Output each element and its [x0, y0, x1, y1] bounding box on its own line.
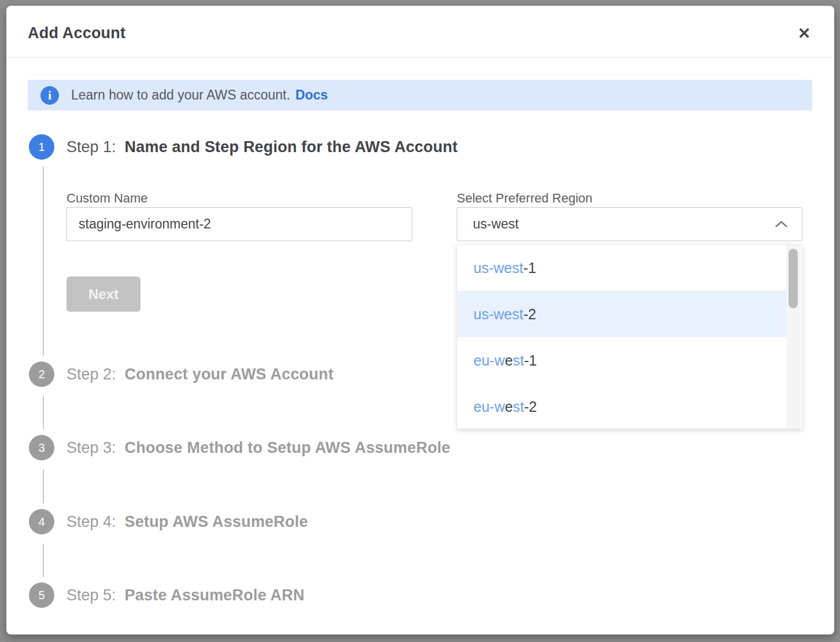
step-1-prefix: Step 1: — [66, 138, 116, 156]
custom-name-label: Custom Name — [66, 191, 148, 206]
add-account-modal: Add Account ✕ i Learn how to add your AW… — [6, 6, 834, 634]
region-option[interactable]: us-west-1 — [457, 245, 786, 291]
chevron-up-icon[interactable] — [770, 220, 802, 228]
step-connector — [43, 470, 44, 503]
step-4-prefix: Step 4: — [66, 513, 116, 531]
step-2-badge: 2 — [29, 361, 54, 387]
step-5-badge: 5 — [29, 582, 54, 608]
step-5-title: Paste AssumeRole ARN — [125, 586, 305, 604]
option-match-text: us-west — [473, 306, 523, 322]
step-1-header: 1 Step 1: Name and Step Region for the A… — [29, 134, 458, 160]
step-4-title: Setup AWS AssumeRole — [125, 513, 308, 531]
option-text: -1 — [523, 260, 536, 276]
option-text: e — [505, 399, 513, 415]
step-1-title: Name and Step Region for the AWS Account — [125, 138, 458, 156]
option-text: -2 — [523, 306, 536, 322]
step-2-header: 2 Step 2: Connect your AWS Account — [29, 361, 334, 387]
region-option[interactable]: eu-west-2 — [457, 383, 786, 430]
option-match-text: st — [513, 399, 524, 415]
region-option-list: us-west-1us-west-2eu-west-1eu-west-2 — [457, 245, 786, 429]
info-icon: i — [40, 86, 59, 105]
option-text: e — [505, 352, 513, 368]
step-connector — [43, 544, 44, 577]
region-option[interactable]: eu-west-1 — [457, 337, 786, 383]
step-2-prefix: Step 2: — [66, 366, 116, 383]
next-button[interactable]: Next — [66, 276, 140, 312]
region-dropdown: us-west-1us-west-2eu-west-1eu-west-2 — [457, 244, 802, 429]
step-5-prefix: Step 5: — [66, 586, 116, 604]
docs-link[interactable]: Docs — [295, 87, 328, 103]
dropdown-scrollbar-thumb[interactable] — [789, 249, 798, 308]
option-text: -2 — [524, 399, 537, 415]
step-1-badge: 1 — [29, 134, 54, 160]
region-label: Select Preferred Region — [457, 191, 593, 206]
option-match-text: eu-w — [473, 352, 505, 368]
step-3-header: 3 Step 3: Choose Method to Setup AWS Ass… — [29, 435, 450, 460]
option-text: -1 — [524, 352, 537, 368]
option-match-text: eu-w — [473, 399, 505, 415]
option-match-text: us-west — [473, 260, 523, 276]
step-2-title: Connect your AWS Account — [125, 366, 334, 383]
banner-text: Learn how to add your AWS account. — [71, 87, 290, 103]
custom-name-input[interactable] — [66, 207, 412, 241]
step-4-badge: 4 — [29, 509, 54, 534]
step-connector — [43, 396, 44, 429]
info-banner: i Learn how to add your AWS account. Doc… — [28, 80, 812, 110]
region-option[interactable]: us-west-2 — [457, 291, 786, 337]
step-5-header: 5 Step 5: Paste AssumeRole ARN — [29, 582, 305, 608]
step-3-prefix: Step 3: — [66, 439, 116, 457]
close-icon[interactable]: ✕ — [793, 22, 816, 45]
step-connector — [43, 167, 44, 356]
region-input[interactable] — [457, 216, 770, 232]
option-match-text: st — [513, 352, 524, 368]
step-3-title: Choose Method to Setup AWS AssumeRole — [125, 439, 450, 457]
step-3-badge: 3 — [29, 435, 54, 460]
modal-title: Add Account — [28, 24, 125, 42]
region-combobox[interactable] — [457, 207, 802, 241]
step-4-header: 4 Step 4: Setup AWS AssumeRole — [29, 509, 308, 534]
dropdown-scrollbar-track[interactable] — [786, 245, 801, 429]
modal-header: Add Account ✕ — [6, 6, 834, 58]
